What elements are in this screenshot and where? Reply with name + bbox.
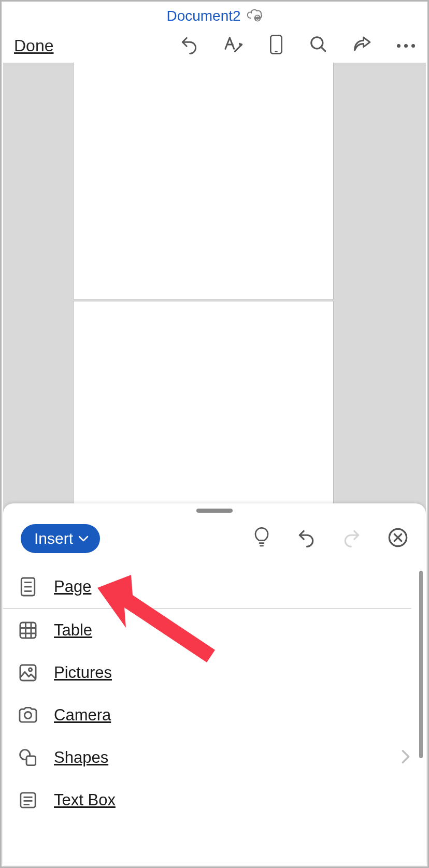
undo-icon[interactable] bbox=[179, 35, 199, 56]
svg-rect-12 bbox=[20, 623, 36, 638]
lightbulb-icon[interactable] bbox=[253, 527, 270, 550]
menu-item-label: Shapes bbox=[54, 748, 108, 767]
camera-icon bbox=[18, 706, 38, 724]
text-box-icon bbox=[18, 791, 38, 809]
titlebar: Document2 bbox=[2, 2, 427, 30]
table-icon bbox=[18, 621, 38, 640]
svg-point-19 bbox=[24, 712, 31, 718]
page-icon bbox=[18, 576, 38, 597]
shapes-icon bbox=[18, 748, 38, 767]
menu-item-pictures[interactable]: Pictures bbox=[18, 652, 426, 694]
insert-tab-label: Insert bbox=[34, 530, 73, 547]
menu-item-label: Camera bbox=[54, 706, 111, 725]
done-button[interactable]: Done bbox=[14, 36, 54, 55]
text-format-icon[interactable] bbox=[223, 34, 244, 57]
chevron-right-icon bbox=[401, 749, 410, 766]
share-icon[interactable] bbox=[352, 35, 373, 56]
menu-item-table[interactable]: Table bbox=[18, 609, 426, 652]
menu-item-shapes[interactable]: Shapes bbox=[18, 736, 426, 779]
insert-tab-dropdown[interactable]: Insert bbox=[21, 524, 100, 553]
redo-icon bbox=[342, 528, 362, 549]
scroll-indicator[interactable] bbox=[419, 571, 423, 758]
menu-item-label: Table bbox=[54, 621, 92, 640]
svg-line-4 bbox=[321, 47, 325, 51]
search-icon[interactable] bbox=[309, 35, 328, 56]
document-page[interactable] bbox=[73, 63, 334, 299]
document-title: Document2 bbox=[166, 8, 240, 24]
svg-rect-17 bbox=[20, 665, 36, 681]
menu-item-text-box[interactable]: Text Box bbox=[18, 779, 426, 821]
close-icon[interactable] bbox=[388, 527, 408, 550]
chevron-down-icon bbox=[78, 535, 89, 542]
insert-panel: Insert bbox=[3, 503, 426, 865]
sheet-drag-handle[interactable] bbox=[196, 509, 233, 513]
svg-point-18 bbox=[29, 668, 32, 671]
insert-menu: Page Table Pictures bbox=[3, 566, 426, 821]
menu-item-label: Page bbox=[54, 577, 91, 596]
pictures-icon bbox=[18, 663, 38, 682]
undo-icon[interactable] bbox=[296, 528, 316, 549]
toolbar: Done bbox=[2, 30, 427, 66]
svg-rect-21 bbox=[26, 756, 36, 765]
menu-item-page[interactable]: Page bbox=[18, 566, 426, 608]
more-icon[interactable] bbox=[397, 44, 415, 48]
menu-item-camera[interactable]: Camera bbox=[18, 694, 426, 736]
menu-item-label: Pictures bbox=[54, 663, 112, 682]
cloud-sync-icon bbox=[246, 8, 263, 24]
mobile-view-icon[interactable] bbox=[267, 34, 285, 57]
menu-item-label: Text Box bbox=[54, 791, 116, 809]
